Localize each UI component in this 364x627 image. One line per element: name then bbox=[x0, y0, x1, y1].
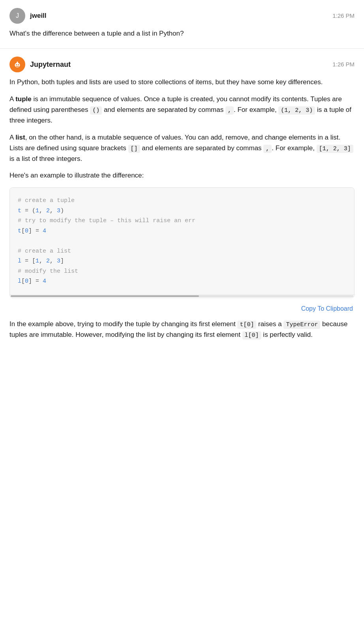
code-line-4: t[0] = 4 bbox=[18, 226, 346, 236]
tuple-code-2: , bbox=[225, 106, 234, 115]
tuple-code-3: (1, 2, 3) bbox=[278, 106, 315, 115]
list-code-3: [1, 2, 3] bbox=[317, 145, 353, 153]
bot-avatar-icon bbox=[12, 59, 23, 70]
code-line-5: # create a list bbox=[18, 246, 346, 257]
bottom-code-3: l[0] bbox=[242, 331, 261, 340]
tuple-bold: tuple bbox=[15, 95, 32, 103]
tuple-text-3: and elements are separated by commas bbox=[102, 106, 225, 113]
copy-to-clipboard-container: Copy To Clipboard bbox=[9, 300, 355, 319]
bottom-text-1: In the example above, trying to modify t… bbox=[9, 320, 237, 328]
tuple-text-1: A bbox=[9, 95, 15, 103]
tuple-code-1: () bbox=[90, 106, 102, 115]
code-scrollbar-track[interactable] bbox=[11, 295, 353, 297]
code-line-blank bbox=[18, 236, 346, 246]
bot-content: In Python, both tuples and lists are use… bbox=[9, 77, 355, 340]
chat-container: J jweill 1:26 PM What's the difference b… bbox=[0, 0, 364, 350]
code-scrollbar-area[interactable] bbox=[10, 295, 354, 298]
username: jweill bbox=[30, 11, 47, 21]
list-code-2: , bbox=[263, 145, 272, 153]
list-paragraph: A list, on the other hand, is a mutable … bbox=[9, 132, 355, 164]
user-message-text: What's the difference between a tuple an… bbox=[9, 28, 355, 39]
svg-point-6 bbox=[17, 62, 18, 63]
avatar-letter: J bbox=[16, 11, 19, 21]
code-line-7: # modify the list bbox=[18, 266, 346, 277]
code-line-2: t = (1, 2, 3) bbox=[18, 206, 346, 216]
code-scrollbar-thumb[interactable] bbox=[11, 295, 199, 297]
bot-header-left: Jupyternaut bbox=[9, 57, 71, 72]
svg-rect-4 bbox=[16, 66, 19, 67]
list-text-3: and elements are separated by commas bbox=[140, 144, 264, 152]
intro-paragraph: In Python, both tuples and lists are use… bbox=[9, 77, 355, 88]
user-message-header: J jweill 1:26 PM bbox=[9, 8, 355, 24]
code-var-t: t bbox=[18, 208, 21, 214]
code-line-1: # create a tuple bbox=[18, 196, 346, 206]
svg-point-3 bbox=[18, 64, 19, 66]
bot-message: Jupyternaut 1:26 PM In Python, both tupl… bbox=[0, 49, 364, 350]
bottom-text-4: is perfectly valid. bbox=[261, 331, 313, 338]
bot-username: Jupyternaut bbox=[30, 59, 71, 70]
list-text-1: A bbox=[9, 134, 15, 141]
bottom-text-2: raises a bbox=[256, 320, 283, 328]
example-intro: Here's an example to illustrate the diff… bbox=[9, 170, 355, 181]
user-message: J jweill 1:26 PM What's the difference b… bbox=[0, 0, 364, 49]
user-header-left: J jweill bbox=[9, 8, 47, 24]
code-line-6: l = [1, 2, 3] bbox=[18, 256, 346, 266]
tuple-paragraph: A tuple is an immutable sequence of valu… bbox=[9, 94, 355, 126]
bottom-paragraph: In the example above, trying to modify t… bbox=[9, 319, 355, 340]
bot-timestamp: 1:26 PM bbox=[332, 60, 355, 69]
tuple-text-4: . For example, bbox=[234, 106, 278, 113]
list-text-5: is a list of three integers. bbox=[9, 155, 82, 162]
code-line-3: # try to modify the tuple – this will ra… bbox=[18, 216, 346, 226]
bot-avatar bbox=[9, 57, 25, 72]
bottom-code-2: TypeError bbox=[283, 321, 320, 329]
code-block-wrapper: # create a tuple t = (1, 2, 3) # try to … bbox=[9, 187, 355, 298]
bottom-code-1: t[0] bbox=[237, 321, 256, 329]
list-text-4: . For example, bbox=[272, 144, 316, 152]
code-line-8: l[0] = 4 bbox=[18, 276, 346, 287]
avatar: J bbox=[9, 8, 25, 24]
user-timestamp: 1:26 PM bbox=[332, 11, 355, 21]
copy-to-clipboard-button[interactable]: Copy To Clipboard bbox=[301, 305, 353, 312]
code-block[interactable]: # create a tuple t = (1, 2, 3) # try to … bbox=[10, 188, 354, 295]
svg-point-2 bbox=[16, 64, 17, 66]
bot-message-header: Jupyternaut 1:26 PM bbox=[9, 57, 355, 72]
list-code-1: [] bbox=[128, 145, 140, 153]
list-bold: list bbox=[15, 134, 25, 141]
